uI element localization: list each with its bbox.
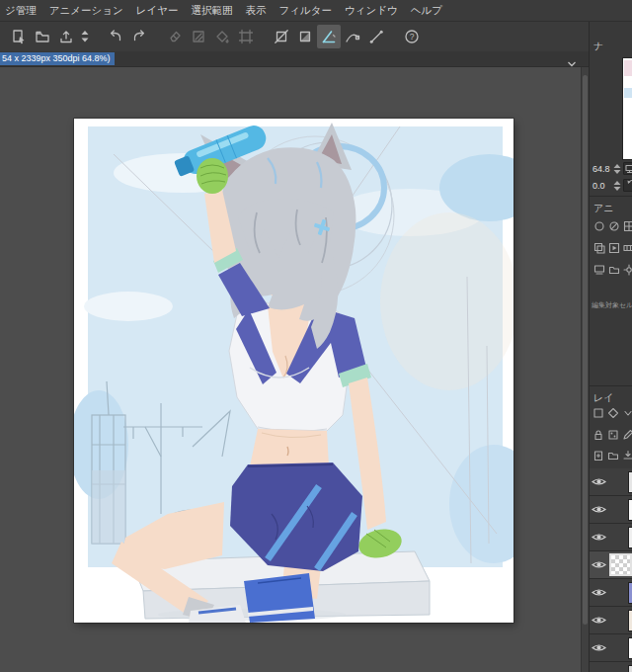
zoom-value[interactable]: 64.8 xyxy=(592,164,611,174)
rotate-left-button[interactable] xyxy=(623,179,632,192)
crop-frame-button[interactable] xyxy=(234,25,258,48)
menu-bar: ジ管理 アニメーション レイヤー 選択範囲 表示 フィルター ウィンドウ ヘルプ xyxy=(0,0,632,22)
skip-cel-button[interactable] xyxy=(607,219,620,232)
open-file-button[interactable] xyxy=(31,25,54,48)
layer-thumbnail[interactable] xyxy=(628,637,632,659)
layer-thumbnail[interactable] xyxy=(628,499,632,521)
draft-layer-button[interactable] xyxy=(622,429,632,441)
edit-target-status: 編集対象セル xyxy=(592,300,632,310)
folder-icon xyxy=(608,264,620,276)
zoom-stepper[interactable] xyxy=(613,163,621,175)
menu-layer[interactable]: レイヤー xyxy=(136,4,179,18)
blend-dropdown[interactable] xyxy=(622,407,632,419)
snap-vector-button[interactable] xyxy=(341,25,364,48)
canvas-scrollbar-thumb[interactable] xyxy=(583,75,588,625)
onion-skin-button[interactable] xyxy=(592,241,605,254)
canvas-illustration xyxy=(74,119,514,623)
selected-layer-thumbnail[interactable] xyxy=(609,553,632,576)
layer-row[interactable] xyxy=(590,524,632,551)
layer-tab[interactable]: レイ xyxy=(593,391,613,405)
redo-button[interactable] xyxy=(127,25,151,48)
clipping-button[interactable] xyxy=(607,407,619,419)
new-cel-button[interactable] xyxy=(592,219,605,232)
layer-thumbnail[interactable] xyxy=(628,610,632,631)
cel-grid-button[interactable] xyxy=(622,219,632,232)
fit-screen-button[interactable] xyxy=(623,162,632,175)
navigator-zoom-row: 64.8 xyxy=(592,162,632,175)
eye-icon[interactable] xyxy=(592,559,606,570)
navigator-preview[interactable] xyxy=(622,57,632,160)
transfer-layer-button[interactable] xyxy=(622,450,632,462)
export-icon xyxy=(58,29,74,44)
snap-line-button[interactable] xyxy=(364,25,388,48)
rotation-value[interactable]: 0.0 xyxy=(592,181,611,191)
eye-icon[interactable] xyxy=(592,587,606,598)
film-strip-icon xyxy=(623,242,632,254)
animation-tab[interactable]: アニ xyxy=(593,202,613,215)
light-table-icon xyxy=(593,264,605,276)
page-updown-icon xyxy=(80,29,90,44)
menu-help[interactable]: ヘルプ xyxy=(411,4,442,18)
layer-thumbnail[interactable] xyxy=(628,665,632,672)
eye-icon[interactable] xyxy=(592,642,606,653)
pencil-icon xyxy=(622,429,632,441)
layer-thumbnail[interactable] xyxy=(628,582,632,604)
cel-folder-button[interactable] xyxy=(607,263,620,276)
layer-row[interactable] xyxy=(590,662,632,672)
layer-row[interactable] xyxy=(590,634,632,662)
canvas-scrollbar-vertical[interactable] xyxy=(581,67,589,672)
blend-mode-button[interactable] xyxy=(592,407,604,419)
layer-row[interactable] xyxy=(590,579,632,607)
eye-icon[interactable] xyxy=(592,615,606,626)
menu-window[interactable]: ウィンドウ xyxy=(345,4,398,18)
canvas-page[interactable] xyxy=(74,119,514,623)
play-button[interactable] xyxy=(607,241,620,254)
rotation-stepper[interactable] xyxy=(613,180,621,192)
lock-transparent-button[interactable] xyxy=(607,429,619,441)
menu-view[interactable]: 表示 xyxy=(245,4,266,18)
layer-row[interactable] xyxy=(590,496,632,524)
anim-settings-button[interactable] xyxy=(622,263,632,276)
document-tab[interactable]: 54 x 2339px 350dpi 64.8%) xyxy=(0,52,115,65)
export-button[interactable] xyxy=(54,25,78,48)
menu-filter[interactable]: フィルター xyxy=(278,4,331,18)
menu-selection[interactable]: 選択範囲 xyxy=(191,4,232,18)
layer-thumbnail[interactable] xyxy=(628,527,632,548)
open-folder-icon xyxy=(35,29,50,44)
menu-animation[interactable]: アニメーション xyxy=(49,4,123,18)
eraser-button[interactable] xyxy=(163,25,187,48)
layer-props-row1 xyxy=(592,407,632,419)
snap-grid-button[interactable] xyxy=(293,25,317,48)
layer-row-selected[interactable] xyxy=(590,551,632,579)
document-tab-bar: 54 x 2339px 350dpi 64.8%) xyxy=(0,51,589,67)
eye-icon[interactable] xyxy=(592,476,606,487)
snap-special-ruler-icon xyxy=(321,29,337,44)
new-page-icon xyxy=(11,29,27,44)
frame-strip-button[interactable] xyxy=(622,241,632,254)
snap-special-ruler-button[interactable] xyxy=(317,25,341,48)
cel-grid-icon xyxy=(623,220,632,232)
snap-line-icon xyxy=(368,29,384,44)
new-folder-button[interactable] xyxy=(607,450,619,462)
layer-row[interactable] xyxy=(590,607,632,634)
layer-thumbnail[interactable] xyxy=(628,471,632,493)
fill-button[interactable] xyxy=(210,25,234,48)
new-layer-button[interactable] xyxy=(592,450,604,462)
canvas-viewport[interactable] xyxy=(0,67,581,672)
page-stepper[interactable] xyxy=(78,25,92,48)
new-page-button[interactable] xyxy=(7,25,31,48)
eye-icon[interactable] xyxy=(592,504,606,515)
undo-button[interactable] xyxy=(104,25,127,48)
eraser-icon xyxy=(167,29,183,44)
svg-text:?: ? xyxy=(410,32,415,42)
navigator-preview-art xyxy=(624,60,632,76)
menu-page-management[interactable]: ジ管理 xyxy=(5,4,37,18)
layer-row[interactable] xyxy=(590,468,632,496)
eye-icon[interactable] xyxy=(592,532,606,543)
help-button[interactable]: ? xyxy=(400,25,424,48)
snap-off-button[interactable] xyxy=(270,25,293,48)
navigator-tab[interactable]: ナ xyxy=(593,40,603,53)
light-table-button[interactable] xyxy=(592,263,605,276)
erase-area-button[interactable] xyxy=(187,25,210,48)
lock-layer-button[interactable] xyxy=(592,429,604,441)
